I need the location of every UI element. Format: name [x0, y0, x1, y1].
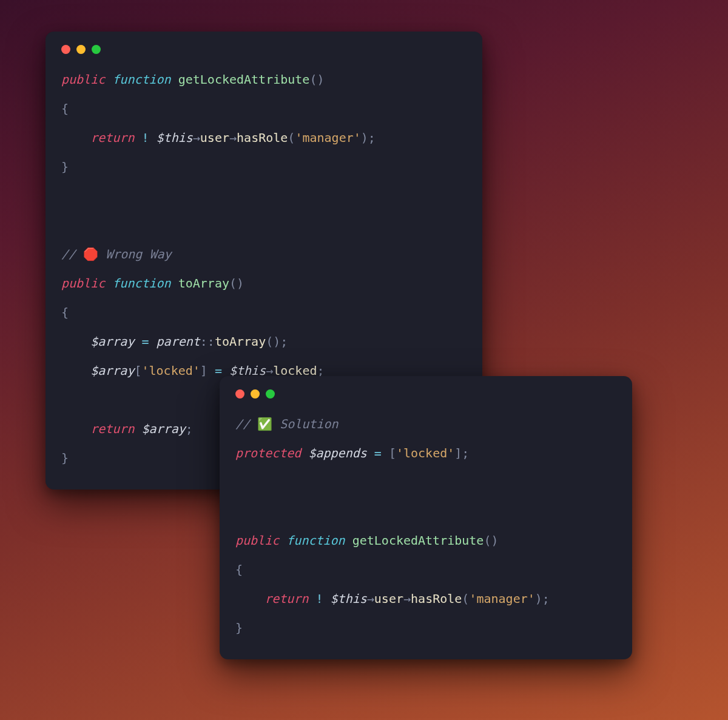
property-user: user: [374, 591, 403, 606]
parens: (): [309, 72, 324, 87]
arrow-icon: →: [193, 130, 200, 145]
function-name: toArray: [178, 276, 229, 291]
function-name: getLockedAttribute: [178, 72, 310, 87]
check-mark-icon: ✅: [257, 417, 272, 431]
brace-close: }: [61, 451, 69, 465]
keyword-function: function: [286, 533, 345, 548]
keyword-public: public: [61, 276, 105, 291]
arrow-icon: →: [403, 591, 411, 606]
variable-array: $array: [90, 334, 134, 349]
variable-parent: parent: [157, 334, 200, 349]
operator-not: !: [315, 591, 323, 606]
method-hasRole: hasRole: [237, 130, 288, 145]
minimize-icon[interactable]: [251, 389, 260, 399]
code-window-solution: // ✅ Solution protected $appends = ['loc…: [220, 376, 632, 659]
comment-text: Solution: [280, 417, 338, 431]
comment-wrong-way: // 🛑 Wrong Way: [61, 247, 172, 261]
arrow-icon: →: [367, 591, 374, 606]
brace-close: }: [61, 160, 69, 174]
brace-close: }: [235, 621, 243, 635]
code-block-2: // ✅ Solution protected $appends = ['loc…: [235, 409, 616, 642]
operator-assign: =: [215, 363, 222, 378]
string-locked: 'locked': [396, 446, 454, 460]
parens: (): [229, 276, 244, 291]
comment-text: Wrong Way: [106, 247, 171, 261]
maximize-icon[interactable]: [266, 389, 275, 399]
bracket-close: ];: [454, 446, 469, 460]
method-hasRole: hasRole: [411, 591, 462, 606]
window-controls: [61, 45, 467, 54]
operator-assign: =: [374, 446, 382, 460]
bracket-close: ]: [200, 363, 207, 378]
keyword-function: function: [112, 72, 170, 87]
variable-this: $this: [331, 591, 367, 606]
comment-slashes: //: [235, 417, 250, 431]
semicolon: ;: [186, 422, 193, 436]
brace-open: {: [235, 562, 243, 577]
variable-appends: $appends: [308, 446, 366, 460]
paren-close: );: [535, 591, 550, 606]
keyword-return: return: [90, 422, 134, 436]
function-name: getLockedAttribute: [352, 533, 484, 548]
string-manager: 'manager': [295, 130, 360, 145]
keyword-return: return: [90, 130, 134, 145]
keyword-return: return: [265, 591, 308, 606]
comment-solution: // ✅ Solution: [235, 417, 339, 431]
variable-array: $array: [141, 422, 185, 436]
call-semi: ();: [266, 334, 288, 349]
stop-sign-icon: 🛑: [83, 247, 98, 261]
arrow-icon: →: [229, 130, 237, 145]
bracket-open: [: [134, 363, 141, 378]
method-toArray: toArray: [215, 334, 266, 349]
operator-assign: =: [141, 334, 149, 349]
comment-slashes: //: [61, 247, 76, 261]
keyword-public: public: [61, 72, 105, 87]
double-colon: ::: [200, 334, 215, 349]
paren-open: (: [288, 130, 295, 145]
paren-close: );: [361, 130, 376, 145]
keyword-protected: protected: [235, 446, 301, 460]
variable-this: $this: [157, 130, 193, 145]
keyword-public: public: [235, 533, 279, 548]
minimize-icon[interactable]: [76, 45, 86, 54]
maximize-icon[interactable]: [92, 45, 101, 54]
variable-array: $array: [90, 363, 134, 378]
operator-not: !: [141, 130, 149, 145]
string-locked: 'locked': [141, 363, 200, 378]
parens: (): [484, 533, 498, 548]
string-manager: 'manager': [469, 591, 534, 606]
window-controls: [235, 389, 616, 399]
brace-open: {: [61, 101, 69, 116]
close-icon[interactable]: [235, 389, 244, 399]
bracket-open: [: [389, 446, 396, 460]
close-icon[interactable]: [61, 45, 70, 54]
brace-open: {: [61, 305, 69, 320]
keyword-function: function: [112, 276, 170, 291]
property-user: user: [200, 130, 229, 145]
paren-open: (: [462, 591, 469, 606]
